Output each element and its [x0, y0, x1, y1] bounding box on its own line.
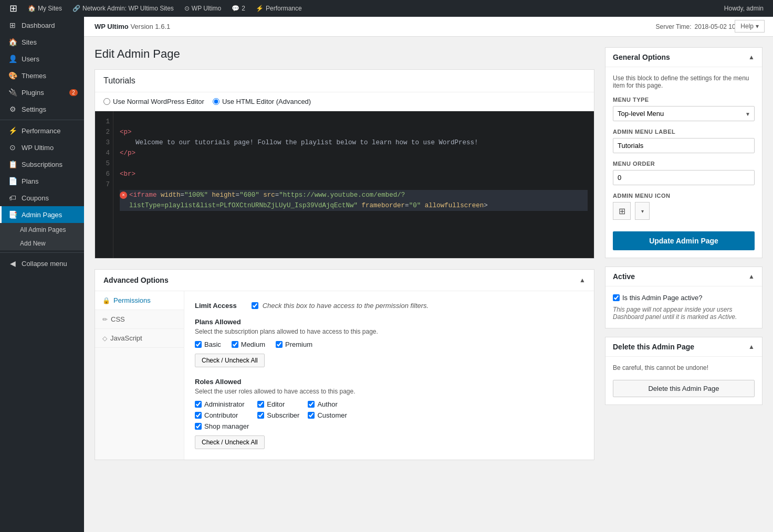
active-section-body: Is this Admin Page active? This page wil…: [605, 286, 762, 328]
roles-col-1: Administrator Contributor: [195, 400, 249, 430]
delete-section-body: Be careful, this cannot be undone! Delet…: [605, 357, 762, 405]
sidebar-item-dashboard[interactable]: ⊞ Dashboard: [0, 17, 84, 34]
comments-icon: 💬: [232, 5, 239, 12]
role-subscriber-checkbox[interactable]: [257, 412, 264, 419]
plan-medium-checkbox[interactable]: [232, 341, 238, 348]
wp-ultimo-icon: ⊙: [184, 5, 190, 12]
help-button[interactable]: Help ▾: [735, 20, 765, 33]
html-editor-radio[interactable]: [213, 98, 220, 105]
code-editor[interactable]: 1 2 3 4 5 6 7 <p> Welcome to our tutoria…: [95, 111, 594, 258]
normal-editor-radio[interactable]: [103, 98, 110, 105]
menu-type-label: MENU TYPE: [613, 97, 755, 103]
roles-check-uncheck-btn[interactable]: Check / Uncheck All: [195, 435, 265, 449]
error-indicator: ✕: [120, 191, 127, 199]
role-author-checkbox[interactable]: [308, 401, 315, 408]
role-contributor-checkbox[interactable]: [195, 412, 202, 419]
menu-type-select[interactable]: Top-level Menu Submenu: [613, 106, 755, 121]
sidebar-coupons-label: Coupons: [22, 194, 49, 202]
role-customer-checkbox[interactable]: [308, 412, 315, 419]
adminbar-my-sites[interactable]: 🏠 My Sites: [23, 0, 67, 17]
selected-icon: ⊞: [619, 206, 625, 216]
tab-javascript[interactable]: ◇ JavaScript: [95, 329, 184, 348]
adminbar-wp-logo[interactable]: ⊞: [4, 0, 23, 17]
sidebar-item-plans[interactable]: 📄 Plans: [0, 173, 84, 189]
roles-allowed-section: Roles Allowed Select the user roles allo…: [195, 378, 583, 449]
tab-js-label: JavaScript: [110, 334, 142, 342]
role-shop-manager-label: Shop manager: [204, 422, 249, 430]
adminbar-comments[interactable]: 💬 2: [226, 0, 250, 17]
adminbar-performance[interactable]: ⚡ Performance: [250, 0, 307, 17]
normal-editor-radio-label[interactable]: Use Normal WordPress Editor: [103, 98, 204, 105]
submenu-add-new[interactable]: Add New: [0, 237, 84, 250]
delete-section-title: Delete this Admin Page: [613, 343, 694, 351]
sidebar-item-subscriptions[interactable]: 📋 Subscriptions: [0, 156, 84, 173]
delete-section-collapse-icon[interactable]: ▲: [748, 343, 755, 350]
tab-css[interactable]: ✏ CSS: [95, 310, 184, 329]
sidebar-item-themes[interactable]: 🎨 Themes: [0, 67, 84, 84]
plugin-version: WP Ultimo Version 1.6.1: [95, 23, 170, 30]
danger-text: Be careful, this cannot be undone!: [613, 364, 755, 371]
role-shop-manager-checkbox[interactable]: [195, 423, 202, 430]
sidebar-item-wp-ultimo[interactable]: ⊙ WP Ultimo: [0, 139, 84, 156]
sidebar-item-performance[interactable]: ⚡ Performance: [0, 122, 84, 139]
active-checkbox-row: Is this Admin Page active?: [613, 294, 755, 302]
limit-access-checkbox[interactable]: [252, 302, 258, 309]
delete-admin-page-button[interactable]: Delete this Admin Page: [613, 380, 755, 397]
role-administrator-label: Administrator: [204, 400, 245, 408]
network-admin-icon: 🔗: [72, 5, 80, 12]
sidebar-item-coupons[interactable]: 🏷 Coupons: [0, 189, 84, 206]
sidebar-item-plugins[interactable]: 🔌 Plugins 2: [0, 84, 84, 101]
role-item-contributor: Contributor: [195, 411, 249, 419]
menu-order-input[interactable]: [613, 170, 755, 185]
plan-basic-checkbox[interactable]: [195, 341, 202, 348]
adminbar-network-admin[interactable]: 🔗 Network Admin: WP Ultimo Sites: [67, 0, 179, 17]
tab-permissions[interactable]: 🔒 Permissions: [95, 291, 184, 310]
advanced-options-collapse-icon[interactable]: ▲: [579, 276, 586, 284]
general-options-header: General Options ▲: [605, 48, 762, 67]
my-sites-label: My Sites: [38, 5, 62, 12]
sidebar-admin-pages-label: Admin Pages: [22, 211, 62, 219]
html-editor-radio-label[interactable]: Use HTML Editor (Advanced): [213, 98, 311, 105]
sidebar-item-settings[interactable]: ⚙ Settings: [0, 101, 84, 118]
active-section-box: Active ▲ Is this Admin Page active? This…: [605, 267, 762, 328]
editor-box: Tutorials Use Normal WordPress Editor Us…: [95, 69, 594, 259]
help-chevron-icon: ▾: [756, 23, 759, 30]
plan-item-premium: Premium: [276, 341, 312, 348]
tab-css-label: CSS: [111, 315, 125, 323]
normal-editor-label: Use Normal WordPress Editor: [113, 98, 204, 105]
sidebar-collapse-menu[interactable]: ◀ Collapse menu: [0, 255, 84, 272]
active-section-collapse-icon[interactable]: ▲: [748, 273, 755, 280]
tab-content-area: Limit Access Check this box to have acce…: [184, 291, 594, 460]
role-subscriber-label: Subscriber: [267, 411, 299, 419]
sidebar-plugins-label: Plugins: [22, 89, 44, 97]
general-options-collapse-icon[interactable]: ▲: [748, 54, 755, 61]
role-editor-checkbox[interactable]: [257, 401, 264, 408]
sidebar-item-users[interactable]: 👤 Users: [0, 50, 84, 67]
collapse-icon: ◀: [8, 259, 17, 268]
roles-title: Roles Allowed: [195, 378, 583, 386]
sidebar-item-admin-pages[interactable]: 📑 Admin Pages: [0, 206, 84, 223]
sidebar-performance-icon: ⚡: [8, 126, 17, 135]
sites-icon: 🏠: [8, 38, 17, 46]
menu-type-field: MENU TYPE Top-level Menu Submenu: [613, 97, 755, 121]
admin-menu-label-input[interactable]: [613, 138, 755, 153]
advanced-options-header[interactable]: Advanced Options ▲: [95, 270, 594, 291]
sidebar-item-sites[interactable]: 🏠 Sites: [0, 34, 84, 50]
plan-basic-label: Basic: [204, 341, 221, 348]
adminbar-wp-ultimo[interactable]: ⊙ WP Ultimo: [179, 0, 226, 17]
submenu-all-admin-pages[interactable]: All Admin Pages: [0, 223, 84, 237]
general-options-title: General Options: [613, 53, 670, 61]
icon-dropdown-button[interactable]: ▾: [635, 202, 650, 220]
update-admin-page-button[interactable]: Update Admin Page: [613, 231, 755, 250]
active-checkbox[interactable]: [613, 294, 620, 301]
admin-bar: ⊞ 🏠 My Sites 🔗 Network Admin: WP Ultimo …: [0, 0, 773, 17]
role-item-shop-manager: Shop manager: [195, 422, 249, 430]
icon-preview[interactable]: ⊞: [613, 202, 631, 220]
performance-icon: ⚡: [256, 5, 264, 12]
plans-check-uncheck-btn[interactable]: Check / Uncheck All: [195, 354, 265, 367]
code-content[interactable]: <p> Welcome to our tutorials page! Follo…: [113, 111, 594, 258]
version-label: Version 1.6.1: [130, 23, 170, 30]
role-administrator-checkbox[interactable]: [195, 401, 202, 408]
plan-premium-checkbox[interactable]: [276, 341, 283, 348]
plans-allowed-section: Plans Allowed Select the subscription pl…: [195, 318, 583, 367]
